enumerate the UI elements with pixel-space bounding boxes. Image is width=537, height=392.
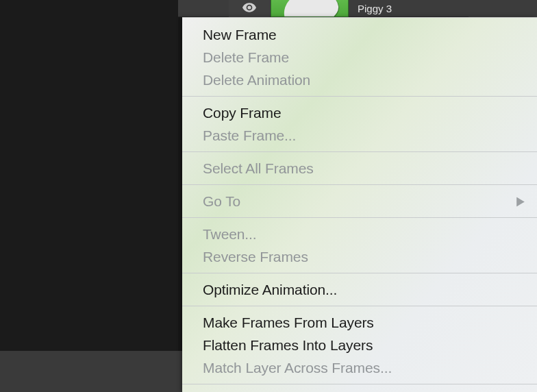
menu-separator <box>182 184 537 185</box>
menu-item-label: Select All Frames <box>203 159 314 177</box>
menu-separator <box>182 217 537 218</box>
menu-item-label: Paste Frame... <box>203 126 296 145</box>
menu-item-go-to: Go To <box>182 190 537 212</box>
menu-item-label: New Frame <box>203 25 277 44</box>
menu-item-optimize-animation[interactable]: Optimize Animation... <box>182 278 537 301</box>
thumbnail-artwork <box>282 0 340 17</box>
canvas-area <box>0 0 178 351</box>
menu-item-label: Make Frames From Layers <box>203 313 374 332</box>
layer-visibility-toggle[interactable] <box>229 0 270 17</box>
menu-item-create-new-layer-for-each-new-frame[interactable]: ✓Create New Layer for Each New Frame <box>182 389 537 392</box>
eye-icon <box>242 2 256 16</box>
menu-item-label: Tween... <box>203 225 257 243</box>
menu-separator <box>182 151 537 152</box>
menu-item-label: Reverse Frames <box>203 247 308 266</box>
menu-item-reverse-frames: Reverse Frames <box>182 245 537 268</box>
menu-item-make-frames-from-layers[interactable]: Make Frames From Layers <box>182 311 537 334</box>
menu-item-paste-frame: Paste Frame... <box>182 124 537 147</box>
menu-separator <box>182 306 537 306</box>
menu-item-label: Go To <box>203 192 240 210</box>
menu-item-flatten-frames-into-layers[interactable]: Flatten Frames Into Layers <box>182 334 537 356</box>
layer-thumbnail[interactable] <box>271 0 349 17</box>
menu-item-tween: Tween... <box>182 223 537 245</box>
menu-item-match-layer-across-frames: Match Layer Across Frames... <box>182 356 537 379</box>
layers-row-right <box>469 0 537 17</box>
menu-separator <box>182 384 537 384</box>
menu-separator <box>182 273 537 273</box>
menu-item-label: Flatten Frames Into Layers <box>203 336 373 354</box>
menu-item-label: Match Layer Across Frames... <box>203 358 392 377</box>
menu-item-delete-animation: Delete Animation <box>182 69 537 91</box>
menu-item-select-all-frames: Select All Frames <box>182 157 537 180</box>
menu-separator <box>182 96 537 97</box>
menu-item-new-frame[interactable]: New Frame <box>182 23 537 46</box>
timeline-context-menu: New FrameDelete FrameDelete AnimationCop… <box>182 17 537 392</box>
menu-item-delete-frame: Delete Frame <box>182 46 537 69</box>
menu-item-label: Delete Animation <box>203 71 310 89</box>
panel-bottom-bar <box>0 351 184 392</box>
submenu-arrow-icon <box>516 192 525 210</box>
menu-item-label: Copy Frame <box>203 103 282 122</box>
layer-name-label[interactable]: Piggy 3 <box>358 3 392 14</box>
menu-item-copy-frame[interactable]: Copy Frame <box>182 101 537 124</box>
menu-item-label: Optimize Animation... <box>203 280 337 299</box>
menu-item-label: Delete Frame <box>203 48 289 66</box>
